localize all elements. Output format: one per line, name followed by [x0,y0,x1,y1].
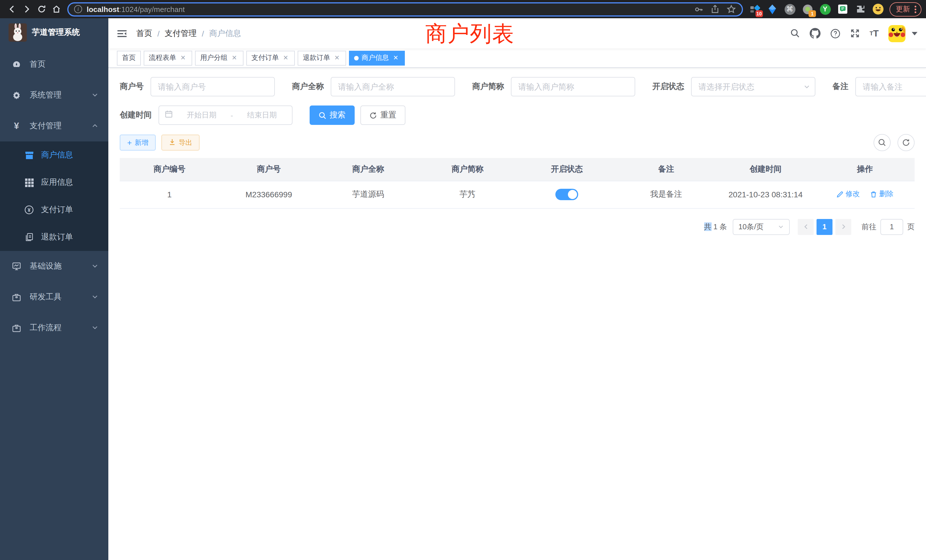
sidebar-item-refund-order[interactable]: 退款订单 [0,224,108,251]
browser-menu-icon[interactable] [915,5,916,13]
cell-merchant-code: M233666999 [219,181,319,208]
col-create-time: 创建时间 [716,158,816,181]
close-icon[interactable]: ✕ [333,54,341,62]
browser-toolbar: i localhost:1024/pay/merchant 10 ⌘ 1 [0,0,926,18]
cell-short-name: 芋艿 [418,181,517,208]
reset-button[interactable]: 重置 [360,106,406,125]
gear-icon [11,91,22,100]
remark-label: 备注 [832,82,849,92]
font-size-icon[interactable]: TT [870,28,879,38]
top-navbar: 首页 / 支付管理 / 商户信息 商户列表 [108,18,926,48]
sidebar-item-workflow[interactable]: 工作流程 [0,312,108,343]
chevron-down-icon [92,262,98,271]
browser-reload-button[interactable] [34,2,49,17]
merchant-table: 商户编号 商户号 商户全称 商户简称 开启状态 备注 创建时间 操作 1 [120,158,915,209]
breadcrumb-pay[interactable]: 支付管理 [165,28,197,38]
profile-avatar-emoji[interactable] [872,3,884,15]
sidebar-item-app-info[interactable]: 应用信息 [0,169,108,196]
start-date-placeholder: 开始日期 [177,110,226,120]
kite-extension-icon[interactable] [766,3,778,15]
fullscreen-icon[interactable] [850,29,860,38]
bookmark-star-icon[interactable] [726,4,736,14]
sidebar-item-dev-tools[interactable]: 研发工具 [0,282,108,312]
sidebar-item-pay-order[interactable]: ¥ 支付订单 [0,196,108,224]
close-icon[interactable]: ✕ [282,54,290,62]
tag-home[interactable]: 首页 [117,50,141,65]
breadcrumb-current: 商户信息 [209,28,241,38]
merchant-short-input[interactable] [511,77,635,96]
briefcase-icon [11,324,22,332]
close-icon[interactable]: ✕ [392,54,400,62]
cell-actions: 修改 删除 [816,181,915,208]
date-range-picker[interactable]: 开始日期 - 结束日期 [159,106,292,125]
avatar-caret-icon[interactable] [912,32,917,35]
sidebar-item-infra[interactable]: 基础设施 [0,251,108,282]
profile-extension-icon[interactable]: 1 [802,3,813,15]
share-icon[interactable] [710,5,720,14]
page-content: 商户号 商户全称 商户简称 开启状态 [108,68,926,560]
col-merchant-id: 商户编号 [120,158,219,181]
search-button[interactable]: 搜索 [310,106,355,125]
prev-page-button[interactable] [798,219,814,235]
page-info-icon[interactable]: i [74,5,82,13]
tag-refund-order[interactable]: 退款订单✕ [298,50,346,65]
calendar-icon [165,110,173,120]
sidebar-item-merchant-info[interactable]: 商户信息 [0,141,108,169]
chevron-down-icon [92,91,98,100]
browser-forward-button[interactable] [20,2,34,17]
extension-badge: 10 [755,10,763,17]
merchant-no-input[interactable] [151,77,275,96]
pagination-total: 共 1 条 [704,221,727,232]
delete-link[interactable]: 删除 [870,190,894,199]
close-icon[interactable]: ✕ [179,54,187,62]
goto-page-input[interactable] [881,219,903,235]
breadcrumb-home[interactable]: 首页 [136,28,152,38]
sidebar-item-system[interactable]: 系统管理 [0,80,108,110]
filter-row-1: 商户号 商户全称 商户简称 开启状态 [120,77,915,96]
status-toggle-on[interactable] [555,189,578,200]
sidebar-collapse-button[interactable] [117,29,127,38]
merchant-name-input[interactable] [331,77,455,96]
close-icon[interactable]: ✕ [230,54,238,62]
tag-merchant-info[interactable]: 商户信息✕ [349,50,405,65]
next-page-button[interactable] [835,219,851,235]
add-button[interactable]: + 新增 [120,135,156,151]
browser-update-button[interactable]: 更新 [890,2,921,16]
sidebar-item-home[interactable]: 首页 [0,49,108,80]
github-icon[interactable] [809,28,820,39]
download-icon [169,138,176,147]
help-icon[interactable] [830,28,840,38]
col-merchant-code: 商户号 [219,158,319,181]
password-key-icon[interactable] [694,4,704,14]
app-logo[interactable]: 芋道管理系统 [0,18,108,47]
tag-process-form[interactable]: 流程表单✕ [144,50,192,65]
merchant-name-label: 商户全称 [292,82,324,92]
export-button[interactable]: 导出 [161,135,200,151]
downloader-extension-icon[interactable]: 10 [749,3,760,15]
browser-home-button[interactable] [49,2,64,17]
cell-remark: 我是备注 [617,181,716,208]
edit-link[interactable]: 修改 [837,190,860,199]
header-search-icon[interactable] [790,29,800,38]
refresh-table-button[interactable] [897,134,915,151]
url-text: localhost:1024/pay/merchant [87,5,689,14]
user-avatar[interactable] [888,25,905,42]
merchant-no-label: 商户号 [120,82,144,92]
show-search-toggle-button[interactable] [873,134,891,151]
chat-doc-extension-icon[interactable] [837,3,849,15]
tags-view: 首页 流程表单✕ 用户分组✕ 支付订单✕ 退款订单✕ 商户信息✕ [108,48,926,68]
current-page-button[interactable]: 1 [817,219,832,235]
trash-icon [870,191,877,198]
tag-pay-order[interactable]: 支付订单✕ [246,50,295,65]
store-icon [24,151,34,159]
sidebar-item-pay[interactable]: ¥ 支付管理 [0,110,108,141]
status-select[interactable] [691,77,816,96]
tag-user-group[interactable]: 用户分组✕ [195,50,244,65]
address-bar[interactable]: i localhost:1024/pay/merchant [67,2,743,16]
browser-back-button[interactable] [5,2,20,17]
extensions-puzzle-icon[interactable] [855,3,866,15]
command-extension-icon[interactable]: ⌘ [784,3,796,15]
page-size-select[interactable]: 10条/页 [733,219,790,235]
remark-input[interactable] [855,77,926,96]
y-extension-icon[interactable]: Y [819,3,831,15]
